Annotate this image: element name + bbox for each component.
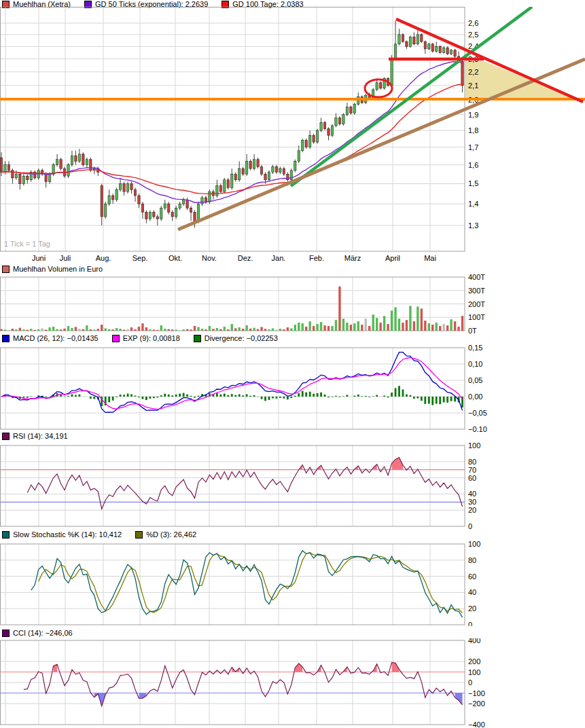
legend-swatch	[2, 433, 10, 440]
svg-text:100: 100	[468, 540, 480, 548]
svg-text:400T: 400T	[468, 274, 485, 281]
legend-rsi-item: RSI (14): 34,191	[2, 433, 68, 440]
legend-stoch-item: %D (3): 26,462	[135, 531, 196, 539]
svg-text:100T: 100T	[468, 313, 485, 321]
svg-text:1,7: 1,7	[468, 143, 478, 151]
svg-text:2,1: 2,1	[468, 81, 478, 90]
svg-text:Sep.: Sep.	[132, 254, 148, 262]
svg-text:April: April	[385, 254, 400, 262]
legend-swatch	[135, 531, 143, 539]
svg-text:Feb.: Feb.	[309, 254, 324, 262]
svg-text:März: März	[344, 254, 361, 262]
stochastic-panel: 100806040200	[0, 540, 585, 626]
svg-text:1,6: 1,6	[468, 161, 478, 169]
svg-text:1,4: 1,4	[468, 200, 478, 208]
legend-rsi: RSI (14): 34,191	[2, 433, 68, 440]
legend-swatch	[2, 630, 10, 637]
svg-text:0,05: 0,05	[468, 376, 482, 384]
macd-panel: 0,150,100,050,00−0,05−0,10	[0, 345, 585, 432]
svg-text:Mai: Mai	[424, 254, 436, 262]
svg-text:−0,10: −0,10	[468, 425, 487, 432]
price-chart-panel: 2,62,52,42,32,22,12,01,91,81,71,61,51,41…	[0, 7, 585, 263]
volume-panel: 400T300T200T100T0T	[0, 274, 585, 334]
svg-text:200T: 200T	[468, 300, 485, 308]
legend-label: %D (3): 26,462	[146, 531, 196, 539]
svg-text:0,00: 0,00	[468, 393, 482, 401]
svg-text:2,5: 2,5	[468, 31, 478, 39]
legend-swatch	[112, 335, 120, 342]
svg-text:Juni: Juni	[32, 254, 46, 262]
svg-text:0,15: 0,15	[468, 345, 482, 352]
svg-text:Aug.: Aug.	[96, 254, 111, 262]
svg-text:Dez.: Dez.	[238, 254, 253, 262]
legend-volume: Muehlhan Volumen in Euro	[2, 266, 103, 273]
svg-text:−0,05: −0,05	[468, 409, 487, 417]
svg-text:1,5: 1,5	[468, 179, 478, 187]
legend-swatch	[2, 531, 10, 539]
legend-label: Muehlhan Volumen in Euro	[13, 266, 103, 273]
svg-text:−100: −100	[468, 689, 485, 697]
legend-label: MACD (26, 12): −0,01435	[13, 335, 99, 342]
legend-label: CCI (14): −246,06	[13, 630, 73, 637]
svg-text:30: 30	[468, 498, 476, 506]
svg-text:0,10: 0,10	[468, 360, 482, 368]
svg-text:60: 60	[468, 572, 476, 581]
svg-text:20: 20	[468, 604, 476, 613]
legend-macd-item: MACD (26, 12): −0,01435	[2, 335, 99, 342]
legend-volume-item: Muehlhan Volumen in Euro	[2, 266, 103, 273]
rsi-panel: 1008070604030200	[0, 441, 585, 530]
svg-text:300T: 300T	[468, 287, 485, 295]
svg-text:2,6: 2,6	[468, 19, 478, 27]
svg-text:−200: −200	[468, 699, 485, 708]
legend-stoch: Slow Stochastic %K (14): 10,412%D (3): 2…	[2, 531, 196, 539]
svg-text:Jan.: Jan.	[272, 254, 286, 262]
legend-swatch	[2, 266, 10, 273]
svg-text:70: 70	[468, 466, 476, 474]
svg-text:100: 100	[468, 441, 480, 450]
svg-text:100: 100	[468, 668, 480, 676]
svg-text:1,9: 1,9	[468, 111, 478, 119]
legend-cci-item: CCI (14): −246,06	[2, 630, 73, 637]
svg-text:0T: 0T	[468, 327, 477, 334]
svg-text:0: 0	[468, 678, 472, 687]
svg-text:Okt.: Okt.	[169, 254, 182, 262]
svg-text:20: 20	[468, 506, 476, 514]
svg-text:80: 80	[468, 458, 476, 466]
legend-swatch	[194, 335, 201, 342]
svg-text:60: 60	[468, 474, 476, 482]
legend-label: Divergence: −0,02253	[205, 335, 278, 342]
svg-text:1,3: 1,3	[468, 221, 478, 230]
legend-label: EXP (9): 0,00818	[123, 335, 180, 342]
legend-swatch	[2, 335, 10, 342]
legend-label: RSI (14): 34,191	[13, 433, 68, 440]
cci-panel: 4002001000−100−200−400	[0, 638, 585, 728]
svg-text:0: 0	[468, 621, 472, 626]
svg-text:2,2: 2,2	[468, 68, 478, 76]
svg-text:40: 40	[468, 490, 476, 498]
tick-note: 1 Tick = 1 Tag	[4, 240, 50, 248]
svg-text:0: 0	[468, 522, 472, 530]
svg-text:Juli: Juli	[60, 254, 71, 262]
legend-stoch-item: Slow Stochastic %K (14): 10,412	[2, 531, 122, 539]
legend-cci: CCI (14): −246,06	[2, 630, 73, 637]
legend-macd-item: Divergence: −0,02253	[194, 335, 278, 342]
svg-text:400: 400	[468, 638, 480, 644]
svg-text:Nov.: Nov.	[202, 254, 217, 262]
legend-macd-item: EXP (9): 0,00818	[112, 335, 180, 342]
svg-text:40: 40	[468, 588, 476, 596]
svg-text:−400: −400	[468, 721, 485, 728]
legend-macd: MACD (26, 12): −0,01435EXP (9): 0,00818D…	[2, 335, 278, 342]
chart-page: Muehlhan (Xetra)GD 50 Ticks (exponential…	[0, 0, 585, 728]
svg-text:80: 80	[468, 556, 476, 564]
svg-text:1,8: 1,8	[468, 126, 478, 134]
legend-label: Slow Stochastic %K (14): 10,412	[13, 531, 122, 539]
svg-text:200: 200	[468, 657, 480, 666]
